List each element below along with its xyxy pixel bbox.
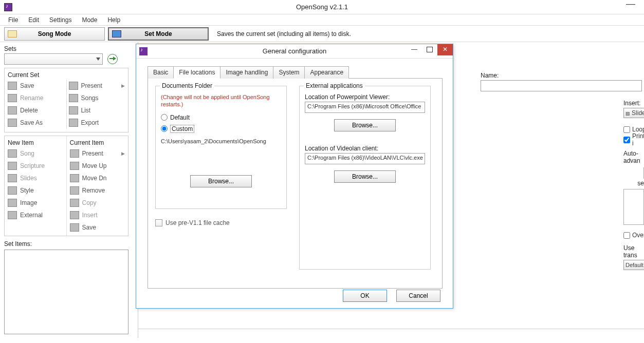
add-set-button[interactable] <box>107 54 118 64</box>
present2-icon <box>70 149 79 158</box>
docs-legend: Documents Folder <box>160 82 214 89</box>
current-item-header: Current Item <box>68 138 127 147</box>
ext-legend: External applications <box>304 82 365 89</box>
cs-save-as[interactable]: Save As <box>6 117 66 129</box>
default-radio-row[interactable]: Default <box>161 112 281 123</box>
custom-radio[interactable] <box>161 125 168 132</box>
slide-button[interactable]: ▧ Slide <box>623 108 644 118</box>
name-input[interactable] <box>481 80 642 91</box>
minimize-button[interactable]: — <box>620 0 641 11</box>
ni-song[interactable]: Song <box>6 147 65 160</box>
documents-folder-fieldset: Documents Folder (Change will not be app… <box>155 86 287 209</box>
cs-songs[interactable]: Songs <box>67 92 127 104</box>
tab-appearance[interactable]: Appearance <box>304 66 349 79</box>
set-mode-label: Set Mode <box>144 30 172 37</box>
dialog-titlebar[interactable]: General configuration — ✕ <box>136 44 453 59</box>
tab-image-handling[interactable]: Image handling <box>220 66 273 79</box>
ci-save[interactable]: Save <box>68 221 127 234</box>
docs-browse-button[interactable]: Browse... <box>190 175 252 187</box>
menu-mode[interactable]: Mode <box>78 15 101 25</box>
sets-dropdown[interactable] <box>4 53 103 65</box>
cache-checkbox[interactable] <box>155 219 162 226</box>
default-radio[interactable] <box>161 114 168 121</box>
song-mode-button[interactable]: Song Mode <box>4 27 105 41</box>
print-checkbox[interactable] <box>623 137 630 143</box>
export-icon <box>69 119 78 127</box>
vlc-path-input[interactable]: C:\Program Files (x86)\VideoLAN\VLC\vlc.… <box>305 153 425 164</box>
moveup-icon <box>70 162 79 170</box>
dialog-buttons: OK Cancel <box>343 290 440 302</box>
menu-help[interactable]: Help <box>103 15 124 25</box>
toolbar-tooltip: Saves the current set (including all ite… <box>217 30 351 37</box>
movedown-icon <box>70 174 79 182</box>
cs-list[interactable]: List <box>67 104 127 117</box>
dialog-minimize-button[interactable]: — <box>407 44 422 55</box>
docs-path: C:\Users\yasam_2\Documents\OpenSong <box>161 138 281 144</box>
print-checkbox-row[interactable]: Print i <box>623 135 644 145</box>
default-button[interactable]: Default <box>623 260 644 270</box>
menu-edit[interactable]: Edit <box>24 15 43 25</box>
external-apps-fieldset: External applications Location of Powerp… <box>299 86 431 270</box>
overr-checkbox[interactable] <box>623 232 630 239</box>
tab-basic[interactable]: Basic <box>148 66 174 79</box>
menubar: File Edit Settings Mode Help <box>0 14 644 26</box>
ci-remove[interactable]: Remove <box>68 184 127 197</box>
slides-icon <box>8 174 17 182</box>
divider-bottom <box>138 329 644 329</box>
vlc-browse-button[interactable]: Browse... <box>334 170 396 183</box>
set-mode-button[interactable]: Set Mode <box>108 27 209 41</box>
loop-checkbox[interactable] <box>623 126 630 133</box>
dialog-close-button[interactable]: ✕ <box>437 44 453 55</box>
cs-delete[interactable]: Delete <box>6 104 66 117</box>
ppt-label: Location of Powerpoint Viewer: <box>305 93 425 101</box>
ni-scripture[interactable]: Scripture <box>6 160 65 172</box>
dialog-tabs: Basic File locations Image handling Syst… <box>148 66 453 78</box>
rename-icon <box>8 94 17 102</box>
ci-move-up[interactable]: Move Up <box>68 160 127 172</box>
cancel-button[interactable]: Cancel <box>396 290 440 302</box>
general-config-dialog: General configuration — ✕ Basic File loc… <box>136 44 453 309</box>
ci-move-dn[interactable]: Move Dn <box>68 172 127 184</box>
set-items-label: Set Items: <box>4 240 128 247</box>
items-box: New Item Song Scripture Slides Style Ima… <box>4 136 128 236</box>
dialog-maximize-button[interactable] <box>422 44 437 55</box>
songs-icon <box>69 94 78 102</box>
cs-present[interactable]: Present▶ <box>67 80 127 92</box>
default-radio-label: Default <box>170 114 190 121</box>
ni-external[interactable]: External <box>6 209 65 221</box>
main-titlebar: OpenSong v2.1.1 — <box>0 0 644 14</box>
tab-system[interactable]: System <box>273 66 305 79</box>
cache-checkbox-row[interactable]: Use pre-V1.1 file cache <box>155 219 287 226</box>
ppt-path-input[interactable]: C:\Program Files (x86)\Microsoft Office\… <box>305 102 425 113</box>
remove-icon <box>70 186 79 195</box>
ni-style[interactable]: Style <box>6 184 65 197</box>
ci-present[interactable]: Present▶ <box>68 147 127 160</box>
ci-copy[interactable]: Copy <box>68 197 127 209</box>
vlc-label: Location of Videolan client: <box>305 145 425 152</box>
cs-save[interactable]: Save <box>6 80 66 92</box>
ok-button[interactable]: OK <box>343 290 387 302</box>
custom-radio-row[interactable]: Custom <box>161 124 281 134</box>
left-panel: Sets Current Set Save Rename Delete Save… <box>4 45 128 334</box>
cs-export[interactable]: Export <box>67 117 127 129</box>
set-items-list[interactable] <box>4 250 128 334</box>
docs-warning: (Change will not be applied until OpenSo… <box>161 93 281 108</box>
tab-file-locations[interactable]: File locations <box>173 66 220 79</box>
menu-settings[interactable]: Settings <box>45 15 76 25</box>
ni-image[interactable]: Image <box>6 197 65 209</box>
menu-file[interactable]: File <box>4 15 22 25</box>
new-item-header: New Item <box>6 138 65 147</box>
insert-icon <box>70 211 79 219</box>
ppt-browse-button[interactable]: Browse... <box>334 119 396 131</box>
cs-rename[interactable]: Rename <box>6 92 66 104</box>
song-mode-icon <box>8 30 17 37</box>
use-trans-label: Use trans <box>623 244 644 259</box>
ni-slides[interactable]: Slides <box>6 172 65 184</box>
dialog-app-icon <box>139 47 148 55</box>
chevron-right-icon: ▶ <box>121 83 125 88</box>
notes-box[interactable] <box>623 189 644 225</box>
ci-insert[interactable]: Insert <box>68 209 127 221</box>
delete-icon <box>8 106 17 115</box>
app-icon <box>4 3 12 11</box>
overr-checkbox-row[interactable]: Overr <box>623 230 644 240</box>
